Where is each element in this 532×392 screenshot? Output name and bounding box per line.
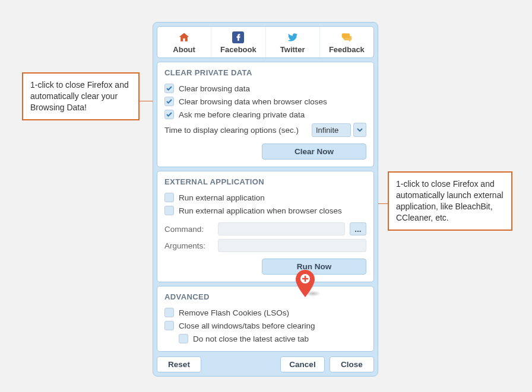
tab-facebook[interactable]: Facebook	[211, 27, 265, 58]
run-now-button[interactable]: Run Now	[262, 259, 366, 275]
facebook-icon	[232, 31, 244, 43]
home-icon	[178, 31, 190, 43]
label-keep-active-tab: Do not close the latest active tab	[193, 334, 309, 343]
check-icon	[166, 98, 172, 104]
input-arguments[interactable]	[218, 239, 366, 252]
panel-clear-private-data: CLEAR PRIVATE DATA Clear browsing data C…	[157, 62, 374, 167]
panel-advanced: ADVANCED Remove Flash Cookies (LSOs) Clo…	[157, 286, 374, 352]
browse-command-button[interactable]: ...	[350, 222, 366, 235]
label-time-to-display: Time to display clearing options (sec.)	[164, 126, 299, 135]
panel-advanced-title: ADVANCED	[164, 292, 366, 301]
panel-clear-title: CLEAR PRIVATE DATA	[164, 68, 366, 77]
check-icon	[166, 85, 172, 91]
tab-about[interactable]: About	[157, 27, 211, 58]
tab-about-label: About	[173, 45, 195, 54]
label-ask-before: Ask me before clearing private data	[179, 110, 305, 119]
close-button[interactable]: Close	[330, 356, 374, 372]
label-close-all: Close all windows/tabs before clearing	[179, 321, 315, 330]
checkbox-close-all[interactable]	[164, 321, 174, 330]
callout-left: 1-click to close Firefox and automatical…	[22, 72, 140, 120]
checkbox-clear-on-close[interactable]	[164, 97, 174, 106]
tab-feedback-label: Feedback	[329, 45, 365, 54]
tab-twitter[interactable]: Twitter	[265, 27, 319, 58]
settings-dialog: About Facebook Twitter Feedback CLEAR PR…	[153, 22, 378, 377]
twitter-icon	[287, 31, 299, 43]
label-clear-on-close: Clear browsing data when browser closes	[179, 97, 327, 106]
label-command: Command:	[164, 225, 213, 234]
dialog-footer: Reset Cancel Close	[157, 355, 374, 372]
checkbox-run-external-on-close[interactable]	[164, 206, 174, 215]
label-remove-lso: Remove Flash Cookies (LSOs)	[179, 308, 289, 317]
label-run-external: Run external application	[179, 193, 265, 202]
label-run-external-on-close: Run external application when browser cl…	[179, 206, 342, 215]
tab-facebook-label: Facebook	[220, 45, 256, 54]
clear-now-button[interactable]: Clear Now	[262, 144, 366, 160]
feedback-icon	[341, 31, 353, 43]
checkbox-run-external[interactable]	[164, 193, 174, 202]
tab-bar: About Facebook Twitter Feedback	[157, 26, 374, 58]
dropdown-time-value[interactable]: Infinite	[312, 123, 351, 137]
tab-twitter-label: Twitter	[280, 45, 305, 54]
checkbox-remove-lso[interactable]	[164, 308, 174, 317]
panel-external-title: EXTERNAL APPLICATION	[164, 177, 366, 186]
panel-external-application: EXTERNAL APPLICATION Run external applic…	[157, 171, 374, 282]
label-clear-browsing: Clear browsing data	[179, 84, 250, 93]
checkbox-clear-browsing[interactable]	[164, 84, 174, 93]
tab-feedback[interactable]: Feedback	[319, 27, 373, 58]
reset-button[interactable]: Reset	[157, 356, 201, 372]
label-arguments: Arguments:	[164, 241, 213, 250]
dropdown-time-button[interactable]	[353, 123, 366, 137]
check-icon	[166, 111, 172, 117]
checkbox-ask-before[interactable]	[164, 110, 174, 119]
callout-right: 1-click to close Firefox and automatical…	[388, 171, 512, 231]
input-command[interactable]	[218, 222, 345, 235]
cancel-button[interactable]: Cancel	[280, 356, 325, 372]
chevron-down-icon	[357, 128, 363, 132]
checkbox-keep-active-tab[interactable]	[179, 334, 188, 343]
